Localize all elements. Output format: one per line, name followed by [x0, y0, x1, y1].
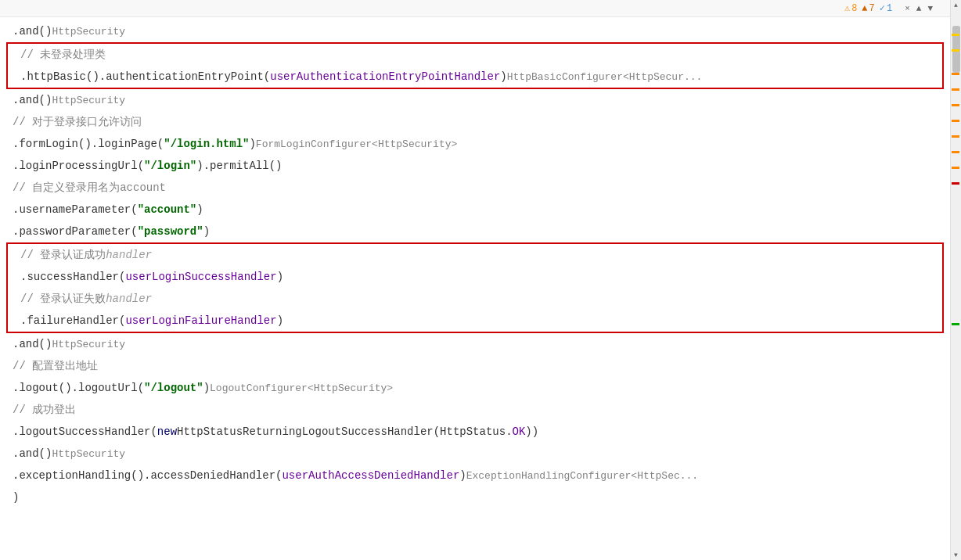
comment-text: // 配置登出地址 — [13, 359, 98, 373]
line-content: // 对于登录接口允许访问 — [13, 115, 142, 129]
line-content: .and() HttpSecurity — [13, 338, 125, 350]
code-part-2: ) — [203, 225, 210, 238]
line-content: .formLogin().loginPage("/login.html") Fo… — [13, 138, 457, 150]
comment-italic: handler — [106, 293, 152, 305]
warning-icon: ⚠ — [844, 2, 850, 14]
code-line: ) — [0, 486, 950, 508]
line-content: .failureHandler(userLoginFailureHandler) — [20, 314, 283, 327]
code-part-2: ).permitAll() — [196, 160, 282, 172]
error-icon: ✓ — [880, 2, 885, 14]
code-part-1: userLoginFailureHandler — [125, 314, 276, 327]
marker-orange-1 — [952, 73, 959, 75]
error-count: ✓ 1 — [880, 2, 892, 14]
code-line: .successHandler(userLoginSuccessHandler) — [8, 266, 942, 288]
code-line: // 未登录处理类 — [8, 44, 942, 66]
code-part-0: .formLogin().loginPage( — [13, 138, 164, 150]
close-btn[interactable]: × — [903, 4, 912, 13]
code-line: .and() HttpSecurity — [0, 333, 950, 355]
line-content: // 配置登出地址 — [13, 359, 98, 373]
code-part-0: .usernameParameter( — [13, 203, 138, 216]
code-part-1: "account" — [138, 203, 197, 216]
comment-italic: handler — [106, 249, 152, 261]
code-part-1: userAuthenticationEntryPointHandler — [270, 70, 500, 83]
line-content: // 成功登出 — [13, 403, 76, 417]
code-part-0: .httpBasic().authenticationEntryPoint( — [20, 70, 270, 83]
code-line: .and() HttpSecurity — [0, 20, 950, 42]
line-content: .logoutSuccessHandler(new HttpStatusRetu… — [13, 425, 538, 438]
code-part-0: .and() — [13, 447, 52, 460]
comment-text: // 对于登录接口允许访问 — [13, 115, 142, 129]
code-part-0: .and() — [13, 25, 52, 38]
code-line: .formLogin().loginPage("/login.html") Fo… — [0, 133, 950, 155]
code-part-2: ) — [277, 314, 283, 327]
info-icon: ▲ — [862, 3, 867, 14]
code-line: // 自定义登录用名为account — [0, 177, 950, 199]
code-part-0: .logoutSuccessHandler( — [13, 425, 157, 438]
code-part-2: HttpSecurity — [52, 26, 125, 38]
code-part-4: )) — [525, 425, 538, 438]
code-part-2: ) — [203, 382, 210, 394]
code-part-1: "/login" — [144, 160, 196, 172]
code-part-2: ) — [459, 469, 466, 482]
marker-green-1 — [952, 323, 959, 325]
code-line: .logout().logoutUrl("/logout") LogoutCon… — [0, 377, 950, 399]
line-content: .loginProcessingUrl("/login").permitAll(… — [13, 160, 282, 172]
marker-yellow-1 — [952, 34, 959, 36]
nav-up-btn[interactable]: ▲ — [915, 4, 923, 13]
code-area: ⚠ 8 ▲ 7 ✓ 1 × ▲ ▼ .and() HttpSecurity// … — [0, 0, 950, 560]
scroll-up-arrow[interactable]: ▲ — [951, 0, 962, 10]
code-part-1: userAuthAccessDeniedHandler — [282, 469, 459, 482]
line-content: .exceptionHandling().accessDeniedHandler… — [13, 469, 698, 482]
code-line: // 登录认证失败handler — [8, 288, 942, 310]
code-part-0: .failureHandler( — [20, 314, 125, 327]
code-part-0: .logout().logoutUrl( — [13, 382, 144, 394]
marker-orange-7 — [952, 167, 959, 169]
marker-orange-4 — [952, 120, 959, 122]
code-part-1: "password" — [138, 225, 203, 238]
comment-text: // 登录认证失败 — [20, 292, 106, 306]
code-line: // 配置登出地址 — [0, 355, 950, 377]
code-line: .usernameParameter("account") — [0, 199, 950, 221]
comment-text: // 未登录处理类 — [20, 48, 106, 62]
code-line: .and() HttpSecurity — [0, 443, 950, 465]
scroll-down-arrow[interactable]: ▼ — [951, 550, 962, 560]
marker-orange-3 — [952, 104, 959, 106]
code-part-2: ) — [196, 203, 203, 216]
line-content: // 登录认证成功handler — [20, 248, 152, 262]
code-part-1: "/logout" — [144, 382, 203, 394]
line-content: ) — [13, 491, 19, 504]
code-line: .exceptionHandling().accessDeniedHandler… — [0, 465, 950, 486]
code-part-2: ) — [277, 271, 283, 283]
comment-text: // 自定义登录用名为account — [13, 181, 166, 195]
code-part-0: .and() — [13, 338, 52, 350]
right-scrollbar[interactable]: ▲ ▼ — [950, 0, 961, 560]
code-part-3: HttpBasicConfigurer<HttpSecur... — [507, 71, 703, 83]
line-content: // 登录认证失败handler — [20, 292, 152, 306]
line-content: // 未登录处理类 — [20, 48, 106, 62]
marker-yellow-2 — [952, 49, 959, 52]
code-line: .httpBasic().authenticationEntryPoint(us… — [8, 66, 942, 88]
line-content: .and() HttpSecurity — [13, 25, 125, 38]
code-part-0: .successHandler( — [20, 271, 125, 283]
code-line: // 成功登出 — [0, 399, 950, 421]
nav-down-btn[interactable]: ▼ — [926, 4, 934, 13]
code-part-2: HttpSecurity — [52, 339, 125, 350]
code-part-0: ) — [13, 491, 19, 504]
comment-text: // 登录认证成功 — [20, 248, 106, 262]
marker-orange-2 — [952, 88, 959, 91]
code-part-2: ) — [249, 138, 255, 150]
code-part-0: .loginProcessingUrl( — [13, 160, 144, 172]
marker-orange-6 — [952, 151, 959, 153]
code-part-3: OK — [513, 425, 526, 438]
scrollbar-track[interactable] — [951, 10, 961, 549]
code-part-1: "/login.html" — [164, 138, 249, 150]
line-content: .usernameParameter("account") — [13, 203, 203, 216]
code-line: .loginProcessingUrl("/login").permitAll(… — [0, 155, 950, 177]
highlight-box-2: // 登录认证成功handler.successHandler(userLogi… — [6, 242, 944, 333]
code-line: .failureHandler(userLoginFailureHandler) — [8, 310, 942, 332]
code-part-1: new — [157, 425, 177, 438]
line-content: .and() HttpSecurity — [13, 94, 125, 106]
code-part-2: HttpSecurity — [52, 448, 125, 460]
line-content: .passwordParameter("password") — [13, 225, 210, 238]
code-part-2: ) — [500, 70, 506, 83]
